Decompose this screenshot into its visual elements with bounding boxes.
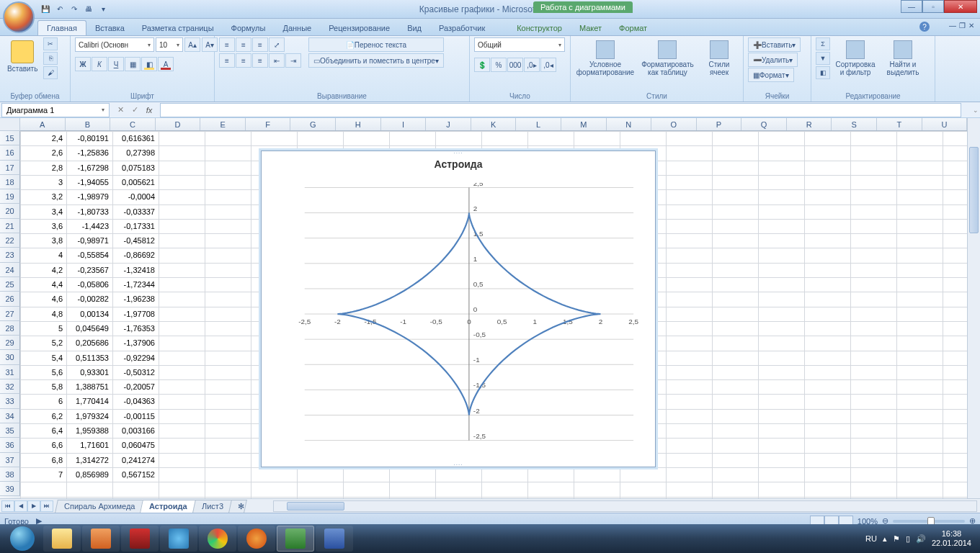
undo-icon[interactable]: ↶: [53, 3, 66, 16]
new-sheet-button[interactable]: ✻: [228, 500, 247, 513]
workbook-close-button[interactable]: ✕: [968, 22, 974, 30]
cell[interactable]: 2,4: [20, 131, 65, 145]
column-header[interactable]: P: [697, 118, 742, 130]
cell[interactable]: 0,241274: [112, 453, 157, 467]
cell[interactable]: 6,8: [20, 453, 65, 467]
insert-function-icon[interactable]: fx: [143, 104, 156, 117]
cell[interactable]: 0,511353: [66, 351, 111, 365]
sheet-tab-1[interactable]: Спираль Архимеда: [55, 500, 144, 513]
row-header[interactable]: 37: [0, 453, 20, 467]
tab-chart-format[interactable]: Формат: [610, 21, 656, 35]
taskbar-firefox[interactable]: [238, 526, 275, 552]
wrap-text-button[interactable]: 📄 Перенос текста: [308, 37, 444, 52]
save-icon[interactable]: 💾: [39, 3, 52, 16]
cell[interactable]: -1,37906: [112, 336, 157, 350]
cell[interactable]: 5,4: [20, 351, 65, 365]
taskbar-word[interactable]: [316, 526, 353, 552]
cell[interactable]: -0,17331: [112, 219, 157, 233]
start-button[interactable]: [3, 526, 42, 552]
row-header[interactable]: 27: [0, 307, 20, 321]
cell[interactable]: -1,76353: [112, 321, 157, 336]
cell[interactable]: -1,97708: [112, 307, 157, 321]
align-middle-icon[interactable]: ≡: [236, 37, 251, 52]
italic-button[interactable]: К: [92, 57, 107, 71]
cell[interactable]: 0,616361: [112, 131, 157, 145]
number-format-combo[interactable]: Общий: [474, 37, 565, 52]
row-header[interactable]: 28: [0, 321, 20, 336]
taskbar-excel[interactable]: [277, 526, 314, 552]
sheet-nav-first-icon[interactable]: ⏮: [1, 500, 14, 512]
cell[interactable]: 2,8: [20, 161, 65, 175]
cell[interactable]: 1,770414: [66, 394, 111, 408]
tab-home[interactable]: Главная: [37, 20, 86, 35]
cell[interactable]: -1,67298: [66, 161, 111, 175]
cell[interactable]: 0,003166: [112, 423, 157, 438]
cell[interactable]: -0,45812: [112, 233, 157, 248]
tab-chart-layout[interactable]: Макет: [571, 21, 610, 35]
horizontal-scrollbar[interactable]: [273, 500, 977, 512]
fill-icon[interactable]: ▼: [816, 52, 830, 65]
cell[interactable]: 6: [20, 394, 65, 408]
row-header[interactable]: 22: [0, 233, 20, 248]
decrease-decimal-icon[interactable]: ,0◂: [540, 58, 556, 72]
paste-button[interactable]: Вставить: [4, 37, 40, 76]
workbook-restore-button[interactable]: ❐: [959, 22, 966, 30]
sort-filter-button[interactable]: Сортировка и фильтр: [833, 37, 878, 79]
cell[interactable]: -1,94055: [66, 175, 111, 189]
sheet-tab-3[interactable]: Лист3: [192, 500, 233, 513]
align-left-icon[interactable]: ≡: [219, 53, 235, 68]
cell[interactable]: -0,0004: [112, 189, 157, 204]
align-top-icon[interactable]: ≡: [219, 37, 235, 52]
increase-decimal-icon[interactable]: ,0▸: [524, 58, 540, 72]
cell[interactable]: 4,6: [20, 292, 65, 306]
cell[interactable]: 5,2: [20, 336, 65, 350]
tab-view[interactable]: Вид: [398, 21, 430, 35]
cell[interactable]: -0,04363: [112, 394, 157, 408]
cell[interactable]: 0,005621: [112, 175, 157, 189]
decrease-indent-icon[interactable]: ⇤: [269, 53, 285, 68]
cell[interactable]: 0,00134: [66, 307, 111, 321]
cell[interactable]: -1,72344: [112, 277, 157, 292]
orientation-icon[interactable]: ⤢: [269, 37, 285, 52]
font-size-combo[interactable]: 10: [156, 37, 183, 52]
column-header[interactable]: B: [66, 118, 111, 130]
tray-clock[interactable]: 16:38 22.01.2014: [932, 529, 971, 548]
cell[interactable]: -1,98979: [66, 189, 111, 204]
row-header[interactable]: 35: [0, 423, 20, 438]
tray-volume-icon[interactable]: 🔊: [916, 534, 926, 544]
find-select-button[interactable]: Найти и выделить: [881, 37, 925, 79]
autosum-icon[interactable]: Σ: [816, 37, 830, 50]
cell[interactable]: 3,6: [20, 219, 65, 233]
cell[interactable]: 0,567152: [112, 467, 157, 482]
cell[interactable]: 6,4: [20, 423, 65, 438]
conditional-formatting-button[interactable]: Условное форматирование: [575, 37, 636, 79]
column-header[interactable]: M: [561, 118, 607, 130]
row-header[interactable]: 16: [0, 145, 20, 160]
cell[interactable]: 0,27398: [112, 145, 157, 160]
percent-icon[interactable]: %: [491, 58, 507, 72]
comma-icon[interactable]: 000: [507, 58, 523, 72]
row-header[interactable]: 19: [0, 189, 20, 204]
column-header[interactable]: F: [246, 118, 291, 130]
chart-plot-area[interactable]: -2,5-2-1,5-1-0,500,511,522,5-2,5-2-1,5-1…: [283, 183, 641, 455]
cell[interactable]: -0,00115: [112, 409, 157, 423]
column-header[interactable]: G: [290, 118, 336, 130]
help-icon[interactable]: ?: [919, 22, 930, 32]
chart-title[interactable]: Астроида: [262, 151, 655, 174]
cell[interactable]: 3,2: [20, 189, 65, 204]
column-header[interactable]: C: [110, 118, 156, 130]
cell[interactable]: 0,93301: [66, 365, 111, 379]
cell[interactable]: -1,80733: [66, 204, 111, 219]
select-all-corner[interactable]: [0, 118, 20, 131]
column-header[interactable]: H: [336, 118, 381, 130]
underline-button[interactable]: Ч: [108, 57, 124, 71]
column-header[interactable]: K: [471, 118, 517, 130]
cell[interactable]: -0,50312: [112, 365, 157, 379]
cancel-formula-icon[interactable]: ✕: [114, 104, 127, 117]
minimize-button[interactable]: —: [901, 0, 922, 13]
cut-icon[interactable]: ✂: [43, 37, 58, 50]
cell[interactable]: 0,060475: [112, 438, 157, 452]
row-header[interactable]: 15: [0, 131, 20, 145]
cell[interactable]: 3,4: [20, 204, 65, 219]
cell[interactable]: 1,959388: [66, 423, 111, 438]
